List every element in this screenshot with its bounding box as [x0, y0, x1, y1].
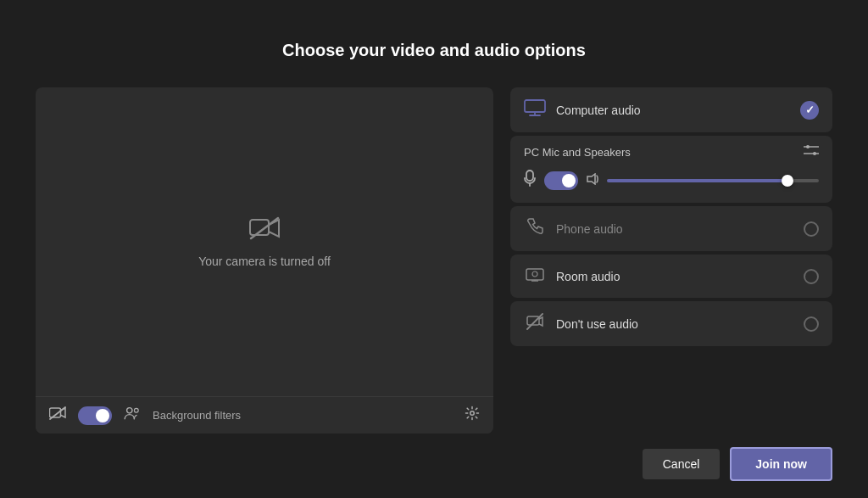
page-title: Choose your video and audio options [282, 41, 586, 60]
computer-audio-label: Computer audio [556, 104, 790, 117]
computer-audio-icon [524, 99, 546, 120]
speaker-icon [587, 173, 600, 188]
svg-rect-7 [525, 100, 545, 112]
bottom-bar: Cancel Join now [36, 434, 832, 498]
background-filters-icon[interactable] [124, 406, 141, 424]
audio-option-room[interactable]: Room audio [510, 255, 832, 298]
no-audio-icon [524, 313, 546, 334]
main-content: Your camera is turned off [36, 87, 832, 434]
camera-view: Your camera is turned off [36, 87, 493, 396]
audio-option-computer[interactable]: Computer audio [510, 87, 832, 132]
phone-audio-radio [804, 221, 819, 237]
join-now-button[interactable]: Join now [730, 447, 832, 481]
svg-point-11 [806, 145, 810, 148]
mic-speakers-header: PC Mic and Speakers [524, 144, 819, 159]
svg-point-4 [127, 408, 132, 413]
svg-point-13 [813, 152, 816, 155]
audio-panel: Computer audio PC Mic and Speakers [510, 87, 832, 434]
background-filters-label: Background filters [153, 409, 453, 422]
camera-panel: Your camera is turned off [36, 87, 493, 434]
mic-speakers-controls [524, 170, 819, 191]
svg-marker-16 [587, 174, 595, 184]
sliders-icon[interactable] [804, 144, 819, 159]
computer-audio-check [800, 101, 819, 120]
volume-thumb[interactable] [782, 175, 793, 187]
camera-toolbar: Background filters [36, 396, 493, 434]
camera-off-icon [249, 216, 280, 246]
settings-icon[interactable] [465, 406, 480, 425]
svg-rect-14 [526, 171, 533, 181]
no-audio-label: Don't use audio [556, 317, 793, 331]
svg-point-5 [134, 408, 138, 412]
svg-rect-17 [526, 269, 543, 280]
svg-point-6 [470, 411, 475, 416]
svg-point-20 [532, 271, 537, 277]
phone-audio-label: Phone audio [556, 222, 793, 236]
mic-icon[interactable] [524, 170, 536, 191]
phone-audio-icon [524, 218, 546, 239]
audio-option-phone[interactable]: Phone audio [510, 206, 832, 251]
audio-option-none[interactable]: Don't use audio [510, 301, 832, 346]
cancel-button[interactable]: Cancel [643, 449, 721, 479]
mic-toggle-switch[interactable] [544, 171, 578, 190]
camera-toggle-icon[interactable] [49, 406, 66, 424]
volume-area [587, 173, 819, 188]
camera-toggle-switch[interactable] [78, 406, 112, 425]
room-audio-radio [804, 269, 819, 284]
room-audio-label: Room audio [556, 270, 793, 283]
volume-slider[interactable] [607, 179, 819, 182]
mic-speakers-section: PC Mic and Speakers [510, 136, 832, 203]
no-audio-radio [804, 316, 819, 332]
room-audio-icon [524, 266, 546, 286]
mic-speakers-label: PC Mic and Speakers [524, 146, 631, 159]
camera-off-text: Your camera is turned off [198, 255, 331, 268]
